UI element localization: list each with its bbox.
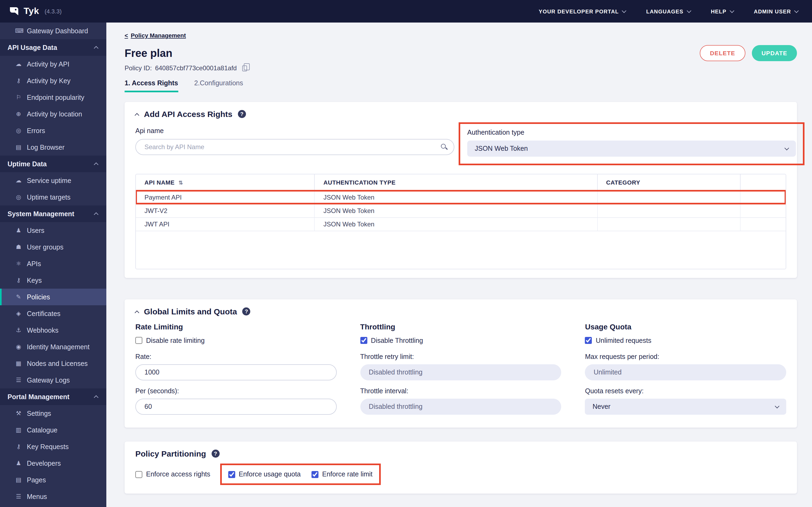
checkbox-input[interactable] [228, 471, 235, 478]
per-seconds-label: Per (seconds): [135, 387, 337, 395]
sidebar-section-uptime-data[interactable]: Uptime Data [0, 156, 106, 172]
api-search-input[interactable] [135, 139, 454, 155]
flag-icon: ⚐ [15, 94, 22, 101]
tab-access-rights[interactable]: 1. Access Rights [124, 79, 178, 92]
sidebar-section-portal-management[interactable]: Portal Management [0, 388, 106, 405]
enforce-usage-quota-checkbox[interactable]: Enforce usage quota [228, 470, 301, 478]
cell-api-name[interactable]: Payment API [136, 190, 315, 204]
auth-type-select[interactable]: JSON Web Token [467, 140, 796, 157]
cell-category [597, 190, 740, 204]
help-icon[interactable]: ? [211, 450, 219, 458]
api-icon: ⚛ [15, 260, 22, 267]
sidebar-item-uptime-targets[interactable]: ◎ Uptime targets [0, 189, 106, 206]
table-row-payment-api annotation-selected-api-row[interactable]: Payment API JSON Web Token [136, 190, 786, 204]
sidebar-item-gateway-dashboard[interactable]: ⌨ Gateway Dashboard [0, 22, 106, 39]
tab-configurations[interactable]: 2.Configurations [194, 79, 243, 92]
help-icon[interactable]: ? [243, 307, 251, 316]
logo-text: Tyk [23, 6, 39, 17]
sort-icon[interactable]: ⇅ [179, 180, 183, 186]
cell-api-name[interactable]: JWT-V2 [136, 204, 315, 217]
checkbox-input[interactable] [135, 337, 142, 344]
sidebar-item-certificates[interactable]: ◈ Certificates [0, 305, 106, 322]
sidebar-item-errors[interactable]: ◎ Errors [0, 122, 106, 139]
chevron-down-icon [794, 8, 799, 13]
table-row-jwt-v2[interactable]: JWT-V2 JSON Web Token [136, 204, 786, 217]
checkbox-input[interactable] [311, 471, 318, 478]
enforce-rate-limit-checkbox[interactable]: Enforce rate limit [311, 470, 373, 478]
sidebar-item-developers[interactable]: ♟ Developers [0, 455, 106, 471]
sidebar-section-system-management[interactable]: System Management [0, 206, 106, 222]
cell-auth-type: JSON Web Token [315, 217, 598, 231]
sidebar-item-service-uptime[interactable]: ☁ Service uptime [0, 172, 106, 189]
sidebar-item-activity-by-location[interactable]: ⊕ Activity by location [0, 106, 106, 122]
sidebar-item-catalogue[interactable]: ▥ Catalogue [0, 422, 106, 438]
sidebar-item-nodes-and-licenses[interactable]: ▦ Nodes and Licenses [0, 355, 106, 372]
log-icon: ▤ [15, 144, 22, 151]
sidebar-item-endpoint-popularity[interactable]: ⚐ Endpoint popularity [0, 89, 106, 106]
sidebar-item-keys[interactable]: ⚷ Keys [0, 272, 106, 289]
checkbox-label: Enforce rate limit [322, 470, 373, 478]
rate-input[interactable] [135, 364, 337, 380]
page-title: Free plan [124, 47, 172, 59]
cell-api-name[interactable]: JWT API [136, 217, 315, 231]
usage-quota-column: Usage Quota Unlimited requests Max reque… [585, 323, 786, 415]
menu-help[interactable]: HELP [711, 8, 733, 14]
sidebar-item-key-requests[interactable]: ⚷ Key Requests [0, 438, 106, 455]
topbar: Tyk (4.3.3) YOUR DEVELOPER PORTAL LANGUA… [0, 0, 812, 22]
disable-rate-limiting-checkbox[interactable]: Disable rate limiting [135, 337, 205, 344]
sidebar-item-user-groups[interactable]: ☗ User groups [0, 239, 106, 256]
section-label: System Management [7, 210, 74, 218]
sidebar-item-policies[interactable]: ✎ Policies [0, 289, 106, 305]
sidebar-item-gateway-logs[interactable]: ☰ Gateway Logs [0, 372, 106, 388]
update-button[interactable]: UPDATE [752, 45, 797, 61]
per-seconds-input[interactable] [135, 399, 337, 415]
copy-icon[interactable] [242, 65, 247, 71]
keys-icon: ⚷ [15, 277, 22, 284]
sidebar-item-users[interactable]: ♟ Users [0, 222, 106, 239]
menu-admin-user[interactable]: ADMIN USER [754, 8, 798, 14]
chevron-up-icon [94, 395, 99, 400]
sidebar-item-menus[interactable]: ☰ Menus [0, 488, 106, 505]
globe-icon: ⊕ [15, 111, 22, 117]
chevron-up-icon [94, 46, 99, 51]
enforce-access-rights-checkbox[interactable]: Enforce access rights [135, 470, 210, 478]
catalogue-icon: ▥ [15, 427, 22, 434]
disable-throttling-checkbox[interactable]: Disable Throttling [360, 337, 423, 344]
help-icon[interactable]: ? [238, 110, 246, 118]
collapse-chevron-icon[interactable] [135, 311, 139, 315]
unlimited-requests-checkbox[interactable]: Unlimited requests [585, 337, 651, 344]
sidebar-item-webhooks[interactable]: ⚓ Webhooks [0, 322, 106, 339]
sidebar-item-label: Key Requests [27, 443, 69, 450]
sidebar-item-label: Activity by Key [27, 77, 70, 84]
sidebar-item-activity-by-key[interactable]: ⚷ Activity by Key [0, 72, 106, 89]
throttling-column: Throttling Disable Throttling Throttle r… [360, 323, 561, 415]
sidebar-item-settings[interactable]: ⚒ Settings [0, 405, 106, 422]
sidebar-item-label: Pages [27, 476, 46, 484]
sidebar-item-apis[interactable]: ⚛ APIs [0, 256, 106, 272]
checkbox-input[interactable] [585, 337, 592, 344]
target-icon: ◎ [15, 194, 22, 201]
cell-empty [740, 190, 786, 204]
sidebar-item-label: Activity by location [27, 110, 82, 118]
sidebar-item-pages[interactable]: ▤ Pages [0, 471, 106, 488]
checkbox-input[interactable] [360, 337, 367, 344]
sidebar-section-api-usage-data[interactable]: API Usage Data [0, 39, 106, 56]
quota-resets-select[interactable]: Never [585, 399, 786, 415]
menu-developer-portal[interactable]: YOUR DEVELOPER PORTAL [539, 8, 626, 14]
column-label: AUTHENTICATION TYPE [323, 179, 396, 186]
menu-languages[interactable]: LANGUAGES [646, 8, 691, 14]
column-api-name[interactable]: API NAME ⇅ [136, 174, 315, 190]
collapse-chevron-icon[interactable] [135, 113, 139, 118]
sidebar-item-log-browser[interactable]: ▤ Log Browser [0, 139, 106, 156]
sidebar: ⌨ Gateway Dashboard API Usage Data ☁ Act… [0, 22, 106, 507]
delete-button[interactable]: DELETE [700, 45, 746, 61]
version-label: (4.3.3) [45, 8, 62, 14]
sidebar-item-activity-by-api[interactable]: ☁ Activity by API [0, 56, 106, 72]
breadcrumb[interactable]: < Policy Management [124, 32, 186, 39]
sidebar-item-label: Log Browser [27, 144, 64, 151]
sidebar-item-identity-management[interactable]: ◉ Identity Management [0, 339, 106, 355]
logo-area[interactable]: Tyk (4.3.3) [9, 6, 61, 17]
table-row-jwt-api[interactable]: JWT API JSON Web Token [136, 217, 786, 231]
chevron-down-icon [729, 8, 734, 13]
checkbox-input[interactable] [135, 471, 142, 478]
